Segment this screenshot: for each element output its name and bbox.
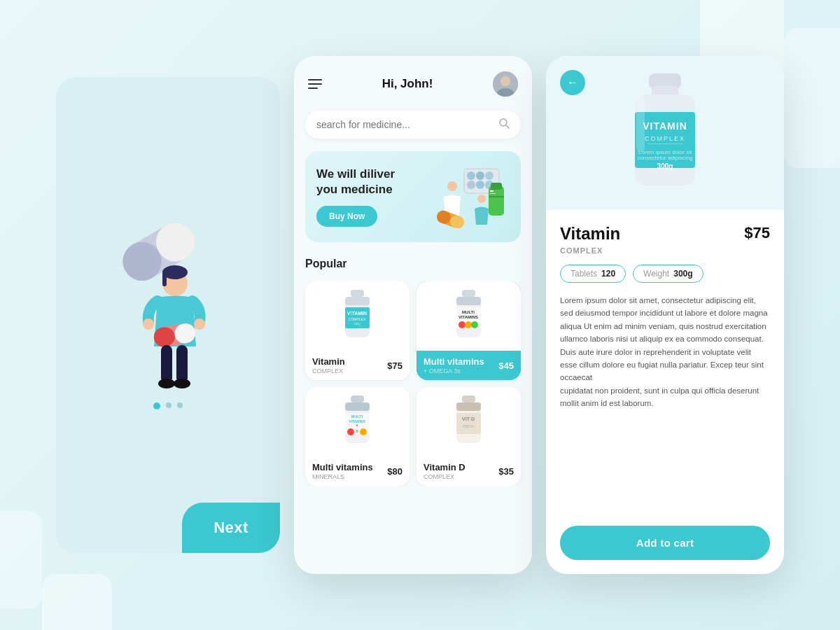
product-name: Vitamin bbox=[312, 356, 345, 367]
hamburger-menu[interactable] bbox=[308, 79, 322, 89]
vitamind-bottle-image: VIT D 3000 IU bbox=[449, 396, 488, 448]
product-card-vitamin[interactable]: VITAMIN COMPLEX 300g Vitamin COMPLEX $75 bbox=[305, 281, 410, 380]
banner-title: We will diliveryou medicine bbox=[316, 167, 426, 197]
svg-rect-12 bbox=[176, 345, 188, 384]
header-greeting: Hi, John! bbox=[382, 77, 433, 91]
product-card-minerals[interactable]: MULTI VITAMINS & B Multi vitamins MINERA… bbox=[305, 387, 410, 486]
search-bar[interactable] bbox=[305, 111, 521, 139]
next-button[interactable]: Next bbox=[182, 503, 280, 553]
menu-line bbox=[308, 83, 322, 85]
svg-rect-31 bbox=[490, 193, 496, 194]
product-subtitle: + OMEGA 3s bbox=[424, 368, 484, 374]
svg-text:MULTI: MULTI bbox=[351, 414, 363, 419]
svg-point-21 bbox=[467, 172, 475, 180]
product-detail-header: Vitamin $75 bbox=[560, 224, 770, 244]
app-header: Hi, John! bbox=[294, 56, 532, 105]
svg-point-7 bbox=[194, 318, 205, 330]
product-image-area: MULTI VITAMINS & B bbox=[305, 387, 410, 456]
svg-point-25 bbox=[476, 181, 484, 189]
svg-text:consectetur adipiscing: consectetur adipiscing bbox=[637, 155, 692, 161]
buy-now-button[interactable]: Buy Now bbox=[316, 206, 377, 227]
svg-rect-44 bbox=[462, 290, 475, 297]
product-price: $75 bbox=[387, 360, 402, 371]
product-image-area: VIT D 3000 IU bbox=[416, 387, 521, 456]
next-button-label: Next bbox=[214, 519, 248, 537]
svg-rect-63 bbox=[462, 396, 475, 402]
svg-point-6 bbox=[143, 318, 154, 330]
svg-point-23 bbox=[485, 172, 493, 180]
add-to-cart-button[interactable]: Add to cart bbox=[560, 526, 770, 560]
svg-text:3000 IU: 3000 IU bbox=[463, 425, 474, 428]
svg-rect-30 bbox=[490, 190, 493, 192]
svg-point-24 bbox=[467, 181, 475, 189]
greeting-text: Hi, bbox=[382, 77, 400, 90]
svg-rect-75 bbox=[648, 144, 682, 144]
svg-point-50 bbox=[458, 321, 465, 328]
dot-1 bbox=[153, 402, 160, 410]
product-subtitle: COMPLEX bbox=[312, 368, 345, 374]
svg-text:300g: 300g bbox=[657, 162, 673, 170]
products-grid: VITAMIN COMPLEX 300g Vitamin COMPLEX $75 bbox=[294, 281, 532, 486]
svg-rect-79 bbox=[636, 96, 645, 152]
dot-2 bbox=[166, 402, 172, 408]
svg-rect-29 bbox=[489, 196, 504, 197]
svg-line-19 bbox=[506, 125, 509, 128]
back-arrow-icon: ← bbox=[567, 76, 578, 89]
svg-point-16 bbox=[500, 76, 510, 86]
svg-rect-55 bbox=[345, 402, 370, 411]
svg-text:VITAMIN: VITAMIN bbox=[347, 311, 367, 316]
pagination-dots bbox=[153, 402, 183, 410]
svg-text:VITAMIN: VITAMIN bbox=[643, 120, 687, 132]
product-card-multivitamin[interactable]: MULTI VITAMINS Multi vitamins + OMEGA 3s… bbox=[416, 281, 521, 380]
tag-value-weight: 300g bbox=[673, 269, 692, 279]
product-price: $45 bbox=[498, 360, 514, 371]
svg-text:COMPLEX: COMPLEX bbox=[645, 135, 685, 142]
tag-label-weight: Weight bbox=[643, 269, 669, 279]
search-icon[interactable] bbox=[498, 118, 510, 132]
product-price: $80 bbox=[387, 466, 402, 477]
delivery-banner: We will diliveryou medicine Buy Now bbox=[305, 151, 521, 242]
product-card-vitamind[interactable]: VIT D 3000 IU Vitamin D COMPLEX $35 bbox=[416, 387, 521, 486]
detail-product-price: $75 bbox=[744, 224, 770, 242]
product-tags: Tablets 120 Weight 300g bbox=[560, 265, 770, 283]
svg-point-13 bbox=[158, 379, 175, 388]
tag-tablets: Tablets 120 bbox=[560, 265, 626, 283]
product-image-area: MULTI VITAMINS bbox=[416, 281, 521, 351]
product-info: Vitamin D COMPLEX $35 bbox=[416, 456, 521, 486]
svg-point-32 bbox=[447, 181, 457, 191]
svg-text:COMPLEX: COMPLEX bbox=[349, 317, 366, 321]
multivitamin-bottle-image: MULTI VITAMINS bbox=[449, 290, 488, 342]
detail-product-name: Vitamin bbox=[560, 224, 620, 244]
search-input[interactable] bbox=[316, 119, 498, 130]
product-info: Vitamin COMPLEX $75 bbox=[305, 351, 410, 380]
product-name: Multi vitamins bbox=[424, 356, 484, 367]
banner-text-area: We will diliveryou medicine Buy Now bbox=[316, 167, 426, 227]
onboarding-illustration bbox=[98, 192, 238, 402]
product-info: Multi vitamins + OMEGA 3s $45 bbox=[416, 351, 521, 380]
svg-text:MULTI: MULTI bbox=[462, 310, 475, 314]
svg-text:VITAMINS: VITAMINS bbox=[458, 315, 478, 319]
product-hero-area: ← VITAMIN COMPLEX Lorem ipsum dolor sit … bbox=[546, 56, 784, 210]
svg-point-62 bbox=[360, 428, 367, 435]
svg-rect-65 bbox=[456, 402, 481, 411]
bg-decoration-tr bbox=[784, 28, 840, 168]
menu-line bbox=[308, 88, 318, 89]
svg-text:&: & bbox=[356, 424, 358, 427]
product-subtitle: MINERALS bbox=[312, 473, 373, 480]
svg-rect-11 bbox=[161, 345, 172, 384]
svg-point-52 bbox=[471, 321, 478, 328]
svg-point-60 bbox=[347, 428, 354, 435]
svg-point-51 bbox=[465, 321, 472, 328]
product-description: Lorem ipsum dolor sit amet, consectetur … bbox=[560, 294, 770, 516]
user-avatar[interactable] bbox=[493, 71, 518, 97]
detail-product-subtitle: COMPLEX bbox=[560, 246, 770, 255]
product-image-area: VITAMIN COMPLEX 300g bbox=[305, 281, 410, 351]
back-button[interactable]: ← bbox=[560, 70, 585, 95]
svg-text:B: B bbox=[356, 429, 358, 433]
popular-section: Popular bbox=[294, 249, 532, 281]
tag-value-tablets: 120 bbox=[601, 269, 615, 279]
screens-container: Next Hi, John! bbox=[0, 0, 840, 630]
product-name: Multi vitamins bbox=[312, 462, 373, 472]
bg-decoration-br bbox=[42, 574, 112, 630]
product-details-area: Vitamin $75 COMPLEX Tablets 120 Weight 3… bbox=[546, 210, 784, 574]
